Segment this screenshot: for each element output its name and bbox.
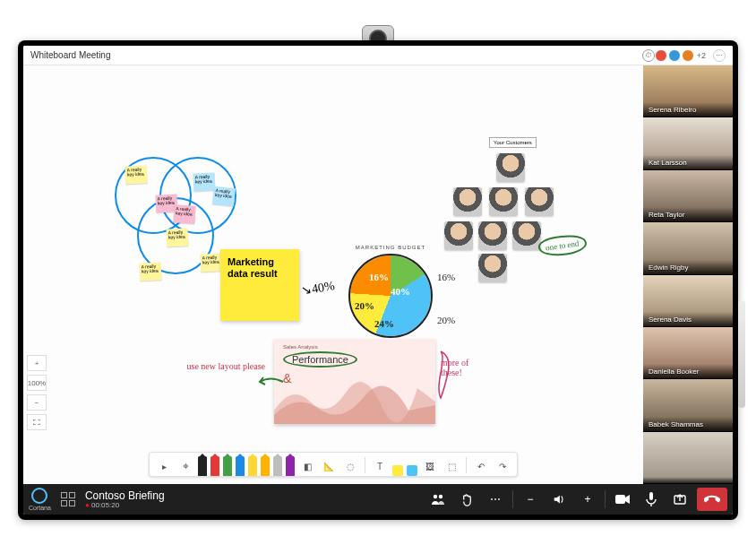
play-icon[interactable]: ▸ (157, 459, 171, 473)
pointer-icon[interactable]: ⌖ (178, 459, 193, 473)
participant-tile[interactable]: Kat Larsson (643, 117, 733, 169)
participants-panel: Serena Ribeiro Kat Larsson Reta Taylor E… (643, 65, 733, 484)
participant-avatars[interactable] (655, 49, 694, 62)
participant-tile[interactable]: Reta Taylor (643, 170, 733, 222)
pie-slice-label: 24% (374, 318, 394, 329)
redo-icon[interactable]: ↷ (495, 459, 510, 473)
mic-icon[interactable] (640, 488, 663, 511)
sticky-note[interactable]: A really key idea (125, 165, 147, 184)
meeting-duration: ● 00:05:20 (85, 501, 165, 509)
add-text-icon[interactable]: T (373, 459, 387, 473)
participant-tile[interactable]: Babek Shammas (643, 379, 733, 431)
pie-slice-label: 20% (355, 300, 374, 311)
more-icon[interactable]: ⋯ (484, 488, 507, 511)
volume-down-icon[interactable]: − (519, 488, 542, 511)
whiteboard-toolbar: ▸ ⌖ ◧ 📐 ◌ T 🖼 (149, 452, 518, 477)
zoom-level[interactable]: 100% (27, 375, 47, 391)
zoom-in-button[interactable]: + (27, 355, 47, 371)
pie-right-16: 16% (437, 272, 455, 282)
pen-orange[interactable] (261, 456, 270, 476)
cortana-icon (31, 488, 47, 504)
pen-green[interactable] (223, 456, 232, 476)
settings-icon[interactable]: ⋯ (713, 49, 726, 62)
marketing-note[interactable]: Marketing data result (220, 249, 299, 321)
org-face[interactable] (496, 153, 525, 182)
meeting-title: Contoso Briefing (85, 490, 165, 501)
shapes-icon[interactable]: ⬚ (444, 459, 459, 473)
ruler-icon[interactable]: 📐 (322, 459, 336, 473)
org-face[interactable] (512, 221, 541, 250)
org-face[interactable] (478, 221, 507, 250)
pie-slice-label: 40% (391, 286, 410, 297)
zoom-controls: + 100% − ⛶ (27, 355, 47, 430)
highlighter[interactable] (286, 456, 295, 476)
participant-tile[interactable]: Edwin Rigby (643, 222, 733, 274)
raise-hand-icon[interactable] (455, 488, 478, 511)
org-face[interactable] (489, 187, 518, 216)
share-icon[interactable] (668, 488, 692, 511)
layout-grid-button[interactable] (56, 488, 80, 511)
lasso-icon[interactable]: ◌ (343, 459, 357, 473)
annotation-layout[interactable]: use new layout please (185, 361, 265, 371)
meeting-info: Contoso Briefing ● 00:05:20 (85, 490, 165, 509)
org-face[interactable] (444, 221, 473, 250)
org-face[interactable] (478, 254, 507, 282)
pen-black[interactable] (198, 456, 207, 476)
surface-hub-device: Whiteboard Meeting ⏱ +2 ⋯ + 100% − ⛶ (18, 40, 738, 520)
sticky-note[interactable]: A really key idea (193, 172, 215, 191)
avatar[interactable] (682, 49, 694, 62)
perf-subtitle: Sales Analysis (283, 344, 426, 350)
undo-icon[interactable]: ↶ (474, 459, 488, 473)
perf-tag: Performance (283, 351, 357, 368)
pie-right-20: 20% (437, 315, 455, 325)
image-icon[interactable]: 🖼 (423, 459, 437, 473)
svg-point-3 (434, 495, 437, 498)
org-face[interactable] (453, 187, 482, 216)
hangup-button[interactable] (697, 488, 727, 511)
avatar[interactable] (668, 49, 681, 62)
whiteboard-canvas[interactable]: + 100% − ⛶ A really key idea A really ke… (23, 65, 643, 484)
eraser-icon[interactable]: ◧ (300, 459, 314, 473)
pen-red[interactable] (210, 456, 219, 476)
participant-tile[interactable]: Serena Ribeiro (643, 65, 733, 117)
participant-tile[interactable]: Serena Davis (643, 275, 733, 327)
org-face[interactable] (525, 187, 554, 216)
participant-overflow[interactable]: +2 (697, 51, 706, 60)
participant-tile[interactable]: Daniella Booker (643, 327, 733, 379)
svg-rect-6 (649, 492, 653, 500)
add-note-blue[interactable] (407, 465, 417, 476)
participant-tile[interactable] (643, 432, 733, 484)
cortana-button[interactable]: Cortana (29, 488, 51, 511)
meeting-bar: Cortana Contoso Briefing ● 00:05:20 ⋯ − … (23, 484, 733, 515)
add-note-yellow[interactable] (392, 465, 403, 476)
pen-gray[interactable] (273, 456, 282, 476)
sticky-note[interactable]: A really key idea (173, 204, 195, 224)
timer-icon[interactable]: ⏱ (642, 49, 655, 62)
sticky-note[interactable]: A really key idea (139, 262, 161, 281)
org-heading: Your Customers (489, 137, 537, 148)
performance-card[interactable]: Sales Analysis Performance & (274, 339, 435, 424)
pen-blue[interactable] (236, 456, 245, 476)
people-icon[interactable] (426, 488, 450, 511)
pie-slice-label: 16% (369, 272, 389, 282)
zoom-out-button[interactable]: − (27, 394, 47, 411)
speaker-icon[interactable] (547, 488, 571, 511)
stylus-pen (738, 300, 745, 408)
sticky-note[interactable]: A really key idea (200, 253, 222, 272)
svg-rect-5 (615, 495, 625, 504)
camera-icon[interactable] (611, 488, 634, 511)
screen: Whiteboard Meeting ⏱ +2 ⋯ + 100% − ⛶ (23, 46, 733, 515)
whiteboard-header: Whiteboard Meeting ⏱ +2 ⋯ (23, 46, 733, 65)
svg-point-4 (439, 495, 442, 498)
whiteboard-title: Whiteboard Meeting (30, 50, 111, 60)
sticky-note[interactable]: A really key idea (212, 186, 236, 206)
sticky-note[interactable]: A really key idea (166, 228, 188, 247)
volume-up-icon[interactable]: + (576, 488, 599, 511)
zoom-fit-button[interactable]: ⛶ (27, 414, 47, 430)
avatar[interactable] (655, 49, 667, 62)
pie-callout-40: ↘40% (300, 278, 336, 298)
pen-yellow[interactable] (248, 456, 257, 476)
